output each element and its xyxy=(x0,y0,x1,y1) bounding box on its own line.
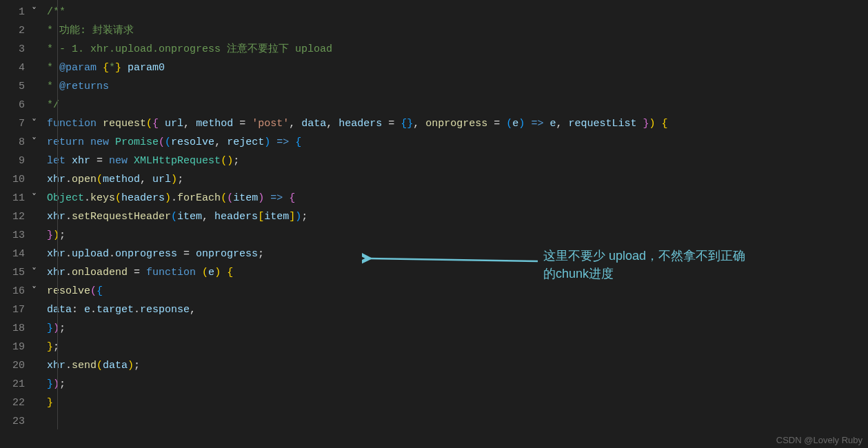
code-content[interactable]: let xhr = new XMLHttpRequest(); xyxy=(47,152,868,170)
code-line[interactable]: 12 xhr.setRequestHeader(item, headers[it… xyxy=(0,207,868,226)
code-line[interactable]: 4 * @param {*} param0 xyxy=(0,59,868,77)
code-line[interactable]: 7˅function request({ url, method = 'post… xyxy=(0,114,868,133)
code-content[interactable]: * @param {*} param0 xyxy=(47,59,868,77)
line-number: 3 xyxy=(0,40,32,59)
code-content[interactable]: }); xyxy=(47,319,868,338)
line-number: 21 xyxy=(0,375,32,394)
fold-chevron-icon xyxy=(32,301,47,319)
fold-chevron-icon[interactable]: ˅ xyxy=(32,282,47,301)
code-content[interactable]: function request({ url, method = 'post',… xyxy=(47,114,868,133)
code-content[interactable]: xhr.open(method, url); xyxy=(47,170,868,189)
watermark: CSDN @Lovely Ruby xyxy=(776,435,862,445)
line-number: 15 xyxy=(0,263,32,282)
fold-chevron-icon xyxy=(32,59,47,77)
code-content[interactable]: data: e.target.response, xyxy=(47,301,868,319)
fold-chevron-icon[interactable]: ˅ xyxy=(32,189,47,207)
line-number: 22 xyxy=(0,394,32,412)
code-line[interactable]: 16˅ resolve({ xyxy=(0,282,868,301)
code-content[interactable]: /** xyxy=(47,3,868,21)
code-content[interactable]: xhr.setRequestHeader(item, headers[item]… xyxy=(47,207,868,226)
line-number: 5 xyxy=(0,77,32,96)
code-line[interactable]: 11˅ Object.keys(headers).forEach((item) … xyxy=(0,189,868,207)
line-number: 4 xyxy=(0,59,32,77)
annotation-text: 这里不要少 upload，不然拿不到正确 的chunk进度 xyxy=(543,247,867,283)
line-number: 7 xyxy=(0,114,32,133)
code-line[interactable]: 3 * - 1. xhr.upload.onprogress 注意不要拉下 up… xyxy=(0,40,868,59)
code-content[interactable]: xhr.send(data); xyxy=(47,356,868,375)
code-line[interactable]: 9 let xhr = new XMLHttpRequest(); xyxy=(0,152,868,170)
line-number: 10 xyxy=(0,170,32,189)
line-number: 16 xyxy=(0,282,32,301)
line-number: 13 xyxy=(0,226,32,245)
code-line[interactable]: 6 */ xyxy=(0,96,868,114)
code-line[interactable]: 18 }); xyxy=(0,319,868,338)
line-number: 9 xyxy=(0,152,32,170)
fold-chevron-icon[interactable]: ˅ xyxy=(32,3,47,21)
line-number: 17 xyxy=(0,301,32,319)
code-content[interactable]: * - 1. xhr.upload.onprogress 注意不要拉下 uplo… xyxy=(47,40,868,59)
fold-chevron-icon xyxy=(32,96,47,114)
code-content[interactable]: */ xyxy=(47,96,868,114)
fold-chevron-icon[interactable]: ˅ xyxy=(32,263,47,282)
code-line[interactable]: 2 * 功能: 封装请求 xyxy=(0,21,868,40)
code-content[interactable]: * 功能: 封装请求 xyxy=(47,21,868,40)
fold-chevron-icon xyxy=(32,356,47,375)
code-content[interactable]: }; xyxy=(47,338,868,356)
code-content[interactable]: }); xyxy=(47,226,868,245)
line-number: 6 xyxy=(0,96,32,114)
line-number: 8 xyxy=(0,133,32,152)
code-content[interactable]: resolve({ xyxy=(47,282,868,301)
code-line[interactable]: 17 data: e.target.response, xyxy=(0,301,868,319)
line-number: 11 xyxy=(0,189,32,207)
line-number: 1 xyxy=(0,3,32,21)
line-number: 14 xyxy=(0,245,32,263)
fold-chevron-icon xyxy=(32,152,47,170)
fold-chevron-icon xyxy=(32,394,47,412)
fold-chevron-icon xyxy=(32,207,47,226)
code-content[interactable]: Object.keys(headers).forEach((item) => { xyxy=(47,189,868,207)
code-line[interactable]: 5 * @returns xyxy=(0,77,868,96)
annotation-line-2: 的chunk进度 xyxy=(543,265,867,283)
fold-chevron-icon xyxy=(32,170,47,189)
fold-chevron-icon xyxy=(32,245,47,263)
code-content[interactable] xyxy=(47,412,868,431)
fold-chevron-icon xyxy=(32,77,47,96)
fold-chevron-icon[interactable]: ˅ xyxy=(32,114,47,133)
code-line[interactable]: 19 }; xyxy=(0,338,868,356)
line-number: 2 xyxy=(0,21,32,40)
fold-chevron-icon xyxy=(32,412,47,431)
fold-chevron-icon xyxy=(32,21,47,40)
fold-chevron-icon xyxy=(32,338,47,356)
line-number: 19 xyxy=(0,338,32,356)
code-line[interactable]: 22} xyxy=(0,394,868,412)
code-content[interactable]: }); xyxy=(47,375,868,394)
code-line[interactable]: 20 xhr.send(data); xyxy=(0,356,868,375)
code-editor[interactable]: 1˅/**2 * 功能: 封装请求3 * - 1. xhr.upload.onp… xyxy=(0,0,868,448)
line-number: 23 xyxy=(0,412,32,431)
fold-chevron-icon xyxy=(32,375,47,394)
code-line[interactable]: 21 }); xyxy=(0,375,868,394)
line-number: 12 xyxy=(0,207,32,226)
fold-chevron-icon[interactable]: ˅ xyxy=(32,133,47,152)
fold-chevron-icon xyxy=(32,40,47,59)
fold-chevron-icon xyxy=(32,319,47,338)
line-number: 18 xyxy=(0,319,32,338)
line-number: 20 xyxy=(0,356,32,375)
code-line[interactable]: 10 xhr.open(method, url); xyxy=(0,170,868,189)
code-line[interactable]: 1˅/** xyxy=(0,3,868,21)
annotation-line-1: 这里不要少 upload，不然拿不到正确 xyxy=(543,247,867,265)
fold-chevron-icon xyxy=(32,226,47,245)
code-line[interactable]: 8˅ return new Promise((resolve, reject) … xyxy=(0,133,868,152)
code-content[interactable]: * @returns xyxy=(47,77,868,96)
code-content[interactable]: } xyxy=(47,394,868,412)
code-content[interactable]: return new Promise((resolve, reject) => … xyxy=(47,133,868,152)
code-line[interactable]: 23 xyxy=(0,412,868,431)
code-line[interactable]: 13 }); xyxy=(0,226,868,245)
